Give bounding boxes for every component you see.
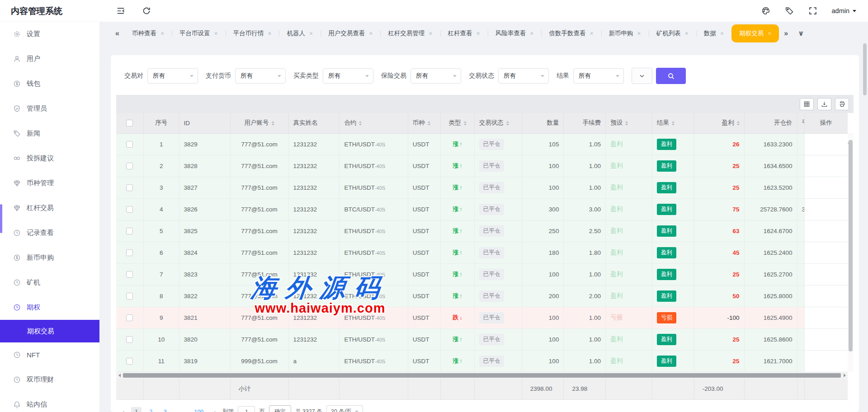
tab-risk-rate-view[interactable]: 风险率查看× bbox=[488, 24, 542, 42]
row-checkbox[interactable] bbox=[126, 163, 133, 169]
sort-icon[interactable] bbox=[672, 121, 675, 126]
theme-palette-icon[interactable] bbox=[761, 6, 770, 15]
filter-select-result[interactable]: 所有 bbox=[573, 68, 624, 84]
cell-check[interactable] bbox=[116, 285, 143, 307]
goto-confirm-button[interactable]: 确定 bbox=[269, 405, 291, 412]
cell-check[interactable] bbox=[116, 198, 143, 220]
sort-icon[interactable] bbox=[359, 121, 362, 126]
tab-leverage-view[interactable]: 杠杆查看× bbox=[440, 24, 488, 42]
sidebar-item-new-coin[interactable]: 新币申购 bbox=[0, 245, 99, 270]
col-header-status[interactable]: 交易状态 bbox=[474, 113, 522, 133]
tab-data[interactable]: 数据× bbox=[696, 24, 731, 42]
row-checkbox[interactable] bbox=[126, 314, 133, 321]
search-button[interactable] bbox=[656, 68, 686, 84]
close-icon[interactable]: × bbox=[429, 30, 432, 37]
col-header-profit[interactable]: 盈利 bbox=[694, 113, 744, 133]
fullscreen-icon[interactable] bbox=[808, 6, 817, 15]
close-icon[interactable]: × bbox=[214, 30, 218, 37]
cell-check[interactable] bbox=[116, 263, 143, 285]
sidebar-item-options[interactable]: 期权 bbox=[0, 295, 99, 320]
tabs-more-icon[interactable]: ∨ bbox=[793, 29, 809, 37]
print-button[interactable] bbox=[835, 98, 849, 110]
cell-check[interactable] bbox=[116, 350, 143, 372]
row-checkbox[interactable] bbox=[126, 336, 133, 343]
filter-select-trade-pair[interactable]: 所有 bbox=[147, 68, 198, 84]
close-icon[interactable]: × bbox=[309, 30, 313, 37]
row-checkbox[interactable] bbox=[126, 228, 133, 234]
tab-miner-list[interactable]: 矿机列表× bbox=[649, 24, 696, 42]
row-checkbox[interactable] bbox=[126, 141, 133, 148]
refresh-icon[interactable] bbox=[142, 6, 151, 15]
cell-check[interactable] bbox=[116, 133, 143, 155]
scroll-left-icon[interactable] bbox=[116, 372, 123, 379]
col-header-currency[interactable]: 币种 bbox=[408, 113, 441, 133]
close-icon[interactable]: × bbox=[685, 30, 689, 37]
tab-coin-view[interactable]: 币种查看× bbox=[124, 24, 172, 42]
sidebar-item-admins[interactable]: 管理员 bbox=[0, 96, 99, 121]
column-settings-button[interactable] bbox=[800, 98, 814, 110]
sidebar-item-news[interactable]: 新闻 bbox=[0, 121, 99, 146]
sidebar-scroll-thumb[interactable] bbox=[0, 204, 2, 233]
price-tag-icon[interactable] bbox=[785, 6, 794, 15]
sidebar-item-nft[interactable]: NFT bbox=[0, 342, 99, 367]
row-checkbox[interactable] bbox=[126, 206, 133, 213]
page-scrollbar[interactable] bbox=[862, 0, 868, 412]
page-button-1[interactable]: 1 bbox=[131, 407, 142, 412]
tab-platform-coin-settings[interactable]: 平台币设置× bbox=[172, 24, 226, 42]
close-icon[interactable]: × bbox=[637, 30, 641, 37]
page-button-2[interactable]: 2 bbox=[146, 407, 156, 412]
tab-user-trade-view[interactable]: 用户交易查看× bbox=[321, 24, 380, 42]
sidebar-item-leverage-trade[interactable]: 杠杆交易 bbox=[0, 196, 99, 220]
tab-leverage-trade-manage[interactable]: 杠杆交易管理× bbox=[380, 24, 440, 42]
export-button[interactable] bbox=[817, 98, 831, 110]
filter-select-insurance-trade[interactable]: 所有 bbox=[410, 68, 461, 84]
goto-page-input[interactable]: 1 bbox=[238, 406, 255, 412]
page-button-100[interactable]: 100 bbox=[190, 407, 207, 412]
sort-icon[interactable] bbox=[272, 121, 274, 126]
select-all-checkbox[interactable] bbox=[126, 120, 133, 126]
filter-select-trade-status[interactable]: 所有 bbox=[498, 68, 549, 84]
col-header-result[interactable]: 结果 bbox=[652, 113, 694, 133]
sort-icon[interactable] bbox=[464, 121, 467, 126]
row-checkbox[interactable] bbox=[126, 358, 133, 365]
horizontal-scroll-thumb[interactable] bbox=[123, 373, 841, 378]
scroll-right-icon[interactable] bbox=[841, 372, 848, 379]
sidebar-item-miner[interactable]: 矿机 bbox=[0, 270, 99, 295]
cell-check[interactable] bbox=[116, 242, 143, 263]
close-icon[interactable]: × bbox=[720, 30, 724, 37]
col-header-preset[interactable]: 预设 bbox=[606, 113, 652, 133]
horizontal-scrollbar[interactable] bbox=[116, 372, 848, 379]
tab-new-coin-subscribe[interactable]: 新币申购× bbox=[601, 24, 649, 42]
sidebar-item-settings[interactable]: 设置 bbox=[0, 22, 99, 47]
col-header-type[interactable]: 类型 bbox=[441, 113, 475, 133]
close-icon[interactable]: × bbox=[160, 30, 164, 37]
sidebar-item-messages[interactable]: 站内信 bbox=[0, 392, 99, 412]
cell-check[interactable] bbox=[116, 155, 143, 177]
page-button-3[interactable]: 3 bbox=[160, 407, 170, 412]
sidebar-subitem-options-trade[interactable]: 期权交易 bbox=[0, 320, 99, 342]
expand-filters-button[interactable] bbox=[632, 68, 652, 84]
cell-check[interactable] bbox=[116, 328, 143, 350]
tab-multiple-lots-view[interactable]: 倍数手数查看× bbox=[541, 24, 601, 42]
page-scroll-thumb[interactable] bbox=[863, 43, 867, 95]
sidebar-item-record-view[interactable]: 记录查看 bbox=[0, 220, 99, 245]
cell-check[interactable] bbox=[116, 307, 143, 328]
tabs-scroll-right-icon[interactable]: » bbox=[779, 29, 793, 37]
sidebar-item-dual-invest[interactable]: 双币理财 bbox=[0, 367, 99, 392]
filter-select-buy-sell-type[interactable]: 所有 bbox=[323, 68, 373, 84]
row-checkbox[interactable] bbox=[126, 293, 133, 300]
sort-icon[interactable] bbox=[737, 121, 740, 126]
sort-icon[interactable] bbox=[428, 121, 430, 126]
tab-platform-coin-market[interactable]: 平台币行情× bbox=[226, 24, 279, 42]
sort-icon[interactable] bbox=[625, 121, 628, 126]
tab-robot[interactable]: 机器人× bbox=[279, 24, 321, 42]
sidebar-item-feedback[interactable]: 投拆建议 bbox=[0, 146, 99, 171]
fold-sidebar-icon[interactable] bbox=[116, 6, 125, 15]
close-icon[interactable]: × bbox=[476, 30, 480, 37]
close-icon[interactable]: × bbox=[590, 30, 593, 37]
filter-select-pay-currency[interactable]: 所有 bbox=[235, 68, 286, 84]
sidebar-item-wallet[interactable]: 钱包 bbox=[0, 71, 99, 96]
sidebar-item-users[interactable]: 用户 bbox=[0, 47, 99, 71]
close-icon[interactable]: × bbox=[768, 30, 771, 37]
tab-options-trade[interactable]: 期权交易× bbox=[731, 24, 779, 42]
